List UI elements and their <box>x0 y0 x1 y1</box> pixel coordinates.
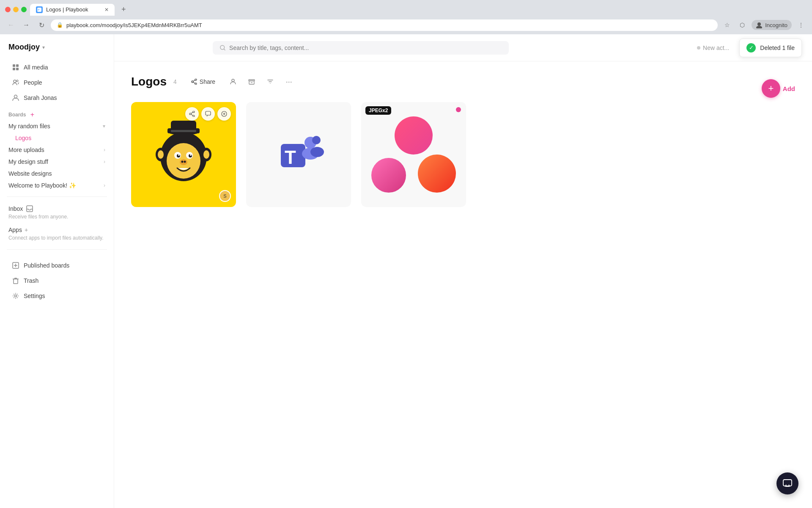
add-label: Add <box>783 85 795 92</box>
svg-point-24 <box>193 115 195 117</box>
sidebar-divider <box>7 196 107 197</box>
sidebar-item-published-boards[interactable]: Published boards <box>3 258 110 273</box>
deleted-toast-text: Deleted 1 file <box>760 44 795 51</box>
svg-point-39 <box>158 150 164 159</box>
new-activity-button[interactable]: New act... <box>692 41 734 55</box>
svg-rect-5 <box>16 64 19 67</box>
browser-tab[interactable]: P Logos | Playbook ✕ <box>30 4 115 16</box>
maximize-window-button[interactable] <box>21 7 27 12</box>
back-button[interactable]: ← <box>5 19 17 31</box>
board-expand-icon: › <box>104 147 105 153</box>
board-item-my-design-stuff[interactable]: My design stuff › <box>0 156 114 168</box>
svg-point-17 <box>192 81 193 83</box>
svg-point-33 <box>178 154 180 156</box>
trash-icon <box>12 277 19 284</box>
forward-button[interactable]: → <box>20 19 32 31</box>
file-card-mailchimp[interactable]: S <box>131 102 236 207</box>
apps-description: Connect apps to import files automatical… <box>8 235 105 241</box>
sidebar-item-people[interactable]: People <box>3 75 110 90</box>
small-dot-indicator <box>456 107 461 112</box>
file-card-abstract[interactable]: JPEGx2 <box>361 102 466 207</box>
board-item-more-uploads[interactable]: More uploads › <box>0 144 114 156</box>
apps-add-button[interactable]: + <box>25 226 28 233</box>
address-bar[interactable]: 🔒 playbook.com/moodjoy/is5JEKp4EMdnM4RKB… <box>51 19 718 31</box>
search-bar[interactable] <box>213 41 509 55</box>
filter-icon-button[interactable] <box>263 75 277 88</box>
share-button[interactable]: Share <box>185 76 221 88</box>
card-comment-button[interactable] <box>201 107 215 121</box>
browser-toolbar-right: ☆ ⬡ Incognito ⋮ <box>721 19 807 31</box>
all-media-label: All media <box>24 64 48 71</box>
minimize-window-button[interactable] <box>13 7 19 12</box>
svg-rect-6 <box>13 68 15 70</box>
brand-name: Moodjoy <box>8 43 40 52</box>
file-card-teams[interactable]: T <box>246 102 351 207</box>
jpeg-badge: JPEGx2 <box>365 106 391 115</box>
circle-top <box>395 116 433 155</box>
board-name-my-random-files: My random files <box>8 123 103 130</box>
sidebar-item-all-media[interactable]: All media <box>3 60 110 75</box>
more-options-button[interactable]: ··· <box>282 75 296 88</box>
board-item-welcome[interactable]: Welcome to Playbook! ✨ › <box>0 179 114 191</box>
add-button[interactable]: + <box>762 79 780 98</box>
card-add-button[interactable] <box>217 107 231 121</box>
reload-button[interactable]: ↻ <box>36 19 47 31</box>
extension-button[interactable]: ⬡ <box>736 19 748 31</box>
people-label: People <box>24 79 42 86</box>
board-sub-item-logos[interactable]: Logos <box>0 132 114 144</box>
sidebar-item-settings[interactable]: Settings <box>3 289 110 303</box>
inbox-section: Inbox Receive files from anyone. <box>0 202 114 223</box>
incognito-label: Incognito <box>765 22 787 28</box>
circle-bottom-right <box>418 155 456 193</box>
browser-chrome: P Logos | Playbook ✕ + ← → ↻ 🔒 playbook.… <box>0 0 812 34</box>
svg-point-22 <box>193 111 195 113</box>
inbox-header[interactable]: Inbox <box>8 205 105 212</box>
new-tab-button[interactable]: + <box>118 3 129 16</box>
activity-dot <box>697 46 700 50</box>
board-item-website-designs[interactable]: Website designs <box>0 168 114 179</box>
close-window-button[interactable] <box>5 7 11 12</box>
svg-point-10 <box>14 95 17 98</box>
people-icon <box>12 79 19 86</box>
new-activity-label: New act... <box>703 44 729 51</box>
svg-text:P: P <box>38 8 40 11</box>
apps-header: Apps + <box>8 226 105 233</box>
person-icon-button[interactable] <box>226 75 240 88</box>
menu-button[interactable]: ⋮ <box>795 19 807 31</box>
svg-point-2 <box>757 22 761 26</box>
boards-add-button[interactable]: + <box>28 111 36 119</box>
settings-icon <box>12 292 19 300</box>
topbar-right: New act... ✓ Deleted 1 file <box>692 39 802 57</box>
sidebar-item-sarah-jonas[interactable]: Sarah Jonas <box>3 91 110 105</box>
svg-text:T: T <box>285 147 296 168</box>
svg-rect-45 <box>171 130 196 132</box>
board-chevron-icon: ▾ <box>103 123 105 129</box>
tab-close-button[interactable]: ✕ <box>104 7 109 13</box>
svg-point-9 <box>16 80 18 82</box>
inbox-description: Receive files from anyone. <box>8 214 105 220</box>
share-label: Share <box>200 78 215 85</box>
svg-point-16 <box>195 79 197 80</box>
browser-dots <box>5 7 27 12</box>
search-input[interactable] <box>229 44 502 51</box>
app: Moodjoy ▾ All media People <box>0 34 812 508</box>
board-name-website-designs: Website designs <box>8 170 105 177</box>
content-header-row: Logos 4 Share <box>131 75 795 102</box>
logos-label: Logos <box>15 135 31 141</box>
board-name-more-uploads: More uploads <box>8 146 104 153</box>
sidebar-item-trash[interactable]: Trash <box>3 273 110 288</box>
content-header: Logos 4 Share <box>131 75 296 88</box>
tab-favicon: P <box>36 6 43 13</box>
archive-icon-button[interactable] <box>245 75 258 88</box>
svg-rect-11 <box>27 206 33 212</box>
sidebar-header: Moodjoy ▾ <box>0 43 114 60</box>
mailchimp-logo <box>145 116 222 193</box>
chat-button[interactable] <box>776 472 798 494</box>
bookmark-button[interactable]: ☆ <box>721 19 733 31</box>
svg-point-37 <box>184 161 186 163</box>
board-item-my-random-files[interactable]: My random files ▾ <box>0 120 114 132</box>
trash-label: Trash <box>24 277 38 284</box>
chat-icon <box>782 478 793 489</box>
card-share-button[interactable] <box>185 107 199 121</box>
published-icon <box>12 262 19 269</box>
